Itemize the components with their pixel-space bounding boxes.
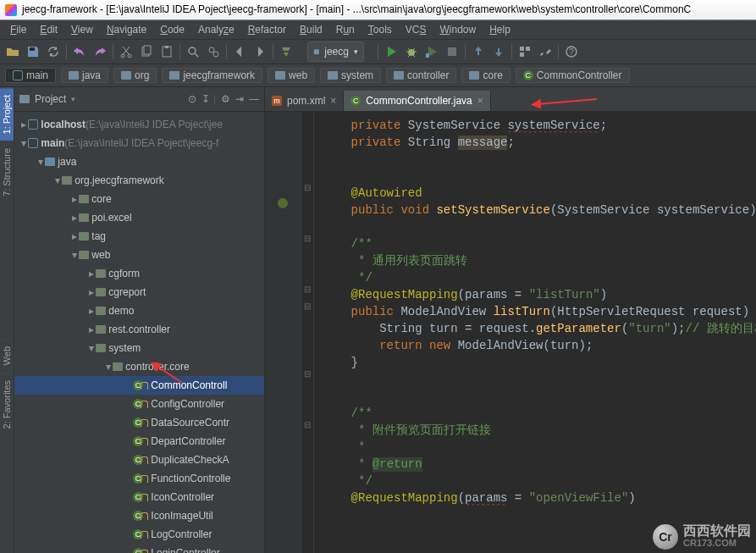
menu-navigate[interactable]: Navigate	[100, 20, 153, 39]
tree-row-package[interactable]: ▸ poi.excel	[14, 208, 264, 227]
crumb-folder[interactable]: jeecgframework	[162, 68, 262, 83]
tree-row-file[interactable]: C LoginController	[14, 544, 264, 553]
tree-row-file[interactable]: C IconImageUtil	[14, 506, 264, 525]
menu-help[interactable]: Help	[483, 20, 517, 39]
rail-tab-web[interactable]: Web	[0, 339, 14, 372]
menu-refactor[interactable]: Refactor	[241, 20, 293, 39]
intellij-logo-icon	[5, 4, 17, 16]
crumb-folder[interactable]: core	[461, 68, 510, 83]
project-view-title[interactable]: Project	[35, 93, 66, 105]
svg-text:?: ?	[569, 47, 574, 57]
tree-row-module[interactable]: ▾ main (E:\java\InteliJ IDEA Poject\jeec…	[14, 134, 264, 152]
close-icon[interactable]: ×	[477, 95, 483, 107]
crumb-folder[interactable]: system	[320, 68, 381, 83]
crumb-folder[interactable]: controller	[386, 68, 456, 83]
tree-row-package[interactable]: ▸ cgreport	[14, 283, 264, 301]
tree-row-file[interactable]: C ConfigController	[14, 395, 264, 413]
crumb-label: CommonController	[537, 69, 622, 81]
replace-icon[interactable]	[206, 44, 221, 59]
open-icon[interactable]	[5, 44, 20, 59]
find-icon[interactable]	[185, 44, 201, 59]
rail-tab-structure[interactable]: 7: Structure	[0, 141, 14, 203]
crumb-folder[interactable]: org	[113, 68, 157, 83]
menu-file[interactable]: File	[3, 20, 33, 39]
run-coverage-icon[interactable]	[424, 44, 439, 59]
menu-view[interactable]: View	[64, 20, 100, 39]
tree-row-file[interactable]: C IconController	[14, 488, 264, 506]
tree-row-package[interactable]: ▸ rest.controller	[14, 320, 264, 339]
folder-icon	[394, 71, 404, 80]
save-all-icon[interactable]	[25, 44, 41, 59]
forward-icon[interactable]	[252, 44, 268, 59]
menu-code[interactable]: Code	[153, 20, 191, 39]
tree-row-file[interactable]: C DuplicateCheckA	[14, 451, 264, 469]
autoscroll-icon[interactable]: ⊙	[188, 93, 196, 105]
editor-gutter[interactable]	[265, 112, 301, 553]
crumb-folder[interactable]: java	[61, 68, 108, 83]
menu-tools[interactable]: Tools	[361, 20, 399, 39]
lock-icon	[141, 419, 148, 427]
vcs-update-icon[interactable]	[471, 44, 486, 59]
tree-row-package[interactable]: ▸ tag	[14, 227, 264, 246]
tree-row-package[interactable]: ▸ core	[14, 190, 264, 208]
build-icon[interactable]	[279, 44, 294, 59]
crumb-label: web	[289, 69, 307, 81]
tree-row-file[interactable]: C DataSourceContr	[14, 413, 264, 432]
tree-row-module[interactable]: ▸ localhost (E:\java\InteliJ IDEA Poject…	[14, 115, 264, 134]
redo-icon[interactable]	[92, 44, 108, 59]
crumb-folder[interactable]: web	[268, 68, 315, 83]
rail-tab-favorites[interactable]: 2: Favorites	[0, 373, 14, 435]
rail-tab-project[interactable]: 1: Project	[0, 87, 14, 141]
menu-run[interactable]: Run	[329, 20, 361, 39]
gutter-override-icon[interactable]	[278, 198, 288, 208]
hide-icon[interactable]: ⇥	[235, 93, 244, 105]
run-icon[interactable]	[384, 44, 399, 59]
crumb-class[interactable]: CCommonController	[516, 68, 630, 83]
sync-icon[interactable]	[46, 44, 61, 59]
separator	[378, 44, 378, 59]
project-structure-icon[interactable]	[517, 44, 533, 59]
lock-icon	[141, 494, 148, 501]
tree-row-file[interactable]: C FunctionControlle	[14, 469, 264, 488]
tree-row-srcroot[interactable]: ▾ java	[14, 152, 264, 171]
menu-vcs[interactable]: VCS	[399, 20, 433, 39]
back-icon[interactable]	[232, 44, 247, 59]
run-config-selector[interactable]: ■ jeecg ▾	[307, 41, 364, 62]
tree-row-package[interactable]: ▾ system	[14, 339, 264, 357]
paste-icon[interactable]	[159, 44, 174, 59]
collapse-all-icon[interactable]: ↧	[201, 93, 208, 105]
watermark-logo-icon: Cr	[653, 524, 678, 550]
menu-edit[interactable]: Edit	[33, 20, 64, 39]
chevron-down-icon[interactable]: ▾	[71, 95, 75, 103]
gear-icon[interactable]: ⚙	[221, 93, 230, 105]
tree-row-file[interactable]: C LogController	[14, 525, 264, 544]
copy-icon[interactable]	[139, 44, 154, 59]
vcs-commit-icon[interactable]	[491, 44, 506, 59]
help-icon[interactable]: ?	[564, 44, 579, 59]
tree-row-package[interactable]: ▸ demo	[14, 301, 264, 320]
code-editor[interactable]: private SystemService systemService; pri…	[314, 112, 756, 553]
menu-window[interactable]: Window	[433, 20, 483, 39]
fold-column[interactable]: ⊟ ⊟ ⊟ ⊟ ⊟ ⊟	[301, 112, 314, 553]
tree-row-package[interactable]: ▾ web	[14, 246, 264, 264]
cut-icon[interactable]	[119, 44, 134, 59]
project-tree[interactable]: ▸ localhost (E:\java\InteliJ IDEA Poject…	[14, 112, 264, 553]
settings-icon[interactable]	[538, 44, 553, 59]
menu-analyze[interactable]: Analyze	[191, 20, 241, 39]
tree-row-package[interactable]: ▾ org.jeecgframework	[14, 171, 264, 190]
crumb-module[interactable]: main	[5, 68, 56, 83]
tab-commoncontroller[interactable]: C CommonController.java ×	[344, 91, 490, 111]
tree-label: cgform	[108, 268, 140, 279]
menu-build[interactable]: Build	[293, 20, 329, 39]
debug-icon[interactable]	[404, 44, 419, 59]
tab-pom[interactable]: m pom.xml ×	[265, 91, 344, 111]
tree-row-package[interactable]: ▾ controller.core	[14, 357, 264, 376]
svg-rect-6	[165, 46, 168, 48]
stop-icon[interactable]	[444, 44, 460, 59]
tree-row-file[interactable]: C DepartController	[14, 432, 264, 451]
undo-icon[interactable]	[72, 44, 87, 59]
tree-row-package[interactable]: ▸ cgform	[14, 264, 264, 283]
tree-row-file-selected[interactable]: C CommonControll	[14, 376, 264, 395]
close-icon[interactable]: ×	[330, 95, 336, 107]
minimize-icon[interactable]: —	[249, 93, 259, 105]
